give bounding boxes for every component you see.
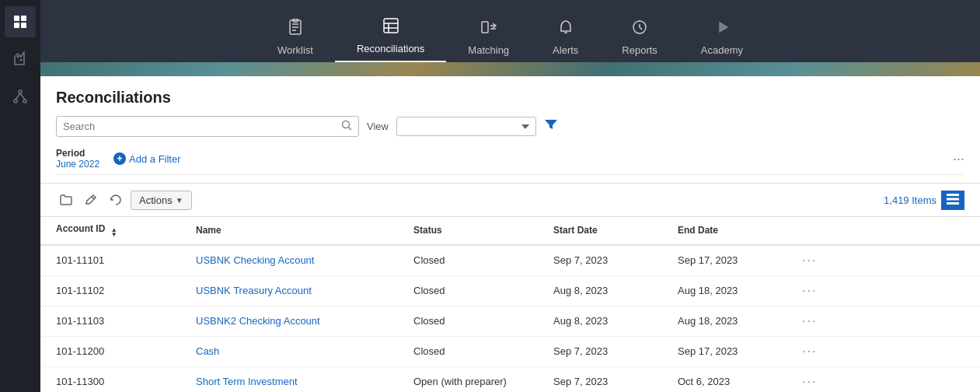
cell-account-id: 101-11102 bbox=[40, 275, 180, 306]
svg-rect-3 bbox=[21, 23, 26, 28]
svg-rect-16 bbox=[384, 19, 398, 33]
actions-row: Actions ▼ 1,419 Items bbox=[40, 184, 980, 217]
row-more-icon[interactable]: ··· bbox=[802, 345, 817, 358]
cell-start-date: Aug 8, 2023 bbox=[538, 306, 662, 336]
cell-row-actions[interactable]: ··· bbox=[786, 245, 980, 276]
sidebar bbox=[0, 0, 40, 392]
cell-account-id: 101-11300 bbox=[40, 366, 180, 392]
svg-line-28 bbox=[349, 128, 352, 131]
reconciliations-icon bbox=[382, 17, 399, 38]
view-toggle bbox=[941, 191, 964, 210]
period-section: Period June 2022 bbox=[56, 148, 99, 170]
nav-item-alerts[interactable]: Alerts bbox=[531, 12, 600, 62]
row-more-icon[interactable]: ··· bbox=[802, 314, 817, 327]
toolbar-row: View bbox=[56, 116, 964, 137]
nav-item-reconciliations[interactable]: Reconciliations bbox=[335, 11, 446, 62]
table-row: 101-11200 Cash Closed Sep 7, 2023 Sep 17… bbox=[40, 336, 980, 366]
cell-name[interactable]: USBNK Checking Account bbox=[180, 245, 398, 276]
items-count: 1,419 Items bbox=[884, 194, 936, 206]
reports-icon bbox=[631, 19, 648, 40]
nav-item-academy[interactable]: Academy bbox=[679, 12, 765, 62]
svg-line-29 bbox=[92, 197, 94, 199]
cell-row-actions[interactable]: ··· bbox=[786, 336, 980, 366]
svg-rect-31 bbox=[947, 198, 959, 200]
svg-rect-32 bbox=[947, 202, 959, 205]
nav-label-academy: Academy bbox=[701, 44, 743, 56]
edit-icon-button[interactable] bbox=[81, 190, 101, 210]
nav-item-reports[interactable]: Reports bbox=[600, 12, 679, 62]
table-container: Account ID ▲▼ Name Status Start Da bbox=[40, 217, 980, 392]
col-header-start-date[interactable]: Start Date bbox=[538, 217, 662, 245]
row-more-icon[interactable]: ··· bbox=[802, 254, 817, 267]
row-more-icon[interactable]: ··· bbox=[802, 375, 817, 388]
cell-name[interactable]: Short Term Investment bbox=[180, 366, 398, 392]
nav-item-worklist[interactable]: Worklist bbox=[256, 12, 335, 62]
cell-row-actions[interactable]: ··· bbox=[786, 366, 980, 392]
search-input[interactable] bbox=[63, 121, 341, 132]
cell-end-date: Sep 17, 2023 bbox=[662, 336, 786, 366]
col-header-end-date[interactable]: End Date bbox=[662, 217, 786, 245]
cell-end-date: Aug 18, 2023 bbox=[662, 275, 786, 306]
cell-end-date: Oct 6, 2023 bbox=[662, 366, 786, 392]
period-value: June 2022 bbox=[56, 159, 99, 170]
svg-line-9 bbox=[16, 93, 20, 100]
add-filter-label: Add a Filter bbox=[129, 153, 180, 165]
row-more-icon[interactable]: ··· bbox=[802, 284, 817, 297]
nav-item-matching[interactable]: Matching bbox=[446, 12, 531, 62]
table-header-row: Account ID ▲▼ Name Status Start Da bbox=[40, 217, 980, 245]
nav-label-reports: Reports bbox=[622, 44, 657, 56]
table-row: 101-11300 Short Term Investment Open (wi… bbox=[40, 366, 980, 392]
alerts-icon bbox=[557, 19, 574, 40]
page-header: Reconciliations View bbox=[40, 76, 980, 184]
cell-start-date: Sep 7, 2023 bbox=[538, 245, 662, 276]
refresh-icon-button[interactable] bbox=[106, 190, 126, 210]
svg-point-27 bbox=[343, 121, 350, 128]
svg-point-4 bbox=[17, 56, 19, 58]
filter-icon[interactable] bbox=[544, 117, 558, 135]
matching-icon bbox=[480, 19, 497, 40]
view-label: View bbox=[367, 121, 389, 132]
svg-rect-30 bbox=[947, 194, 959, 196]
cell-name[interactable]: USBNK Treasury Account bbox=[180, 275, 398, 306]
cell-start-date: Sep 7, 2023 bbox=[538, 336, 662, 366]
sidebar-icon-hierarchy[interactable] bbox=[5, 81, 36, 112]
view-select[interactable] bbox=[396, 117, 536, 136]
cell-name[interactable]: Cash bbox=[180, 336, 398, 366]
add-filter-button[interactable]: + Add a Filter bbox=[109, 151, 185, 166]
cell-end-date: Sep 17, 2023 bbox=[662, 245, 786, 276]
cell-account-id: 101-11103 bbox=[40, 306, 180, 336]
filter-row: Period June 2022 + Add a Filter ··· bbox=[56, 143, 964, 175]
col-header-actions bbox=[786, 217, 980, 245]
cell-account-id: 101-11200 bbox=[40, 336, 180, 366]
svg-point-7 bbox=[14, 100, 17, 103]
more-options-icon[interactable]: ··· bbox=[953, 151, 964, 167]
actions-caret-icon: ▼ bbox=[176, 196, 183, 205]
col-header-account-id[interactable]: Account ID ▲▼ bbox=[40, 217, 180, 245]
search-box[interactable] bbox=[56, 116, 359, 137]
cell-row-actions[interactable]: ··· bbox=[786, 275, 980, 306]
nav-items: Worklist Reconciliations bbox=[256, 11, 765, 76]
worklist-icon bbox=[287, 19, 304, 40]
page-title: Reconciliations bbox=[56, 89, 964, 107]
cell-name[interactable]: USBNK2 Checking Account bbox=[180, 306, 398, 336]
cell-row-actions[interactable]: ··· bbox=[786, 306, 980, 336]
cell-start-date: Aug 8, 2023 bbox=[538, 275, 662, 306]
svg-point-6 bbox=[19, 90, 22, 93]
actions-dropdown[interactable]: Actions ▼ bbox=[131, 191, 192, 210]
sidebar-icon-grid[interactable] bbox=[5, 6, 36, 37]
cell-status: Open (with preparer) bbox=[398, 366, 538, 392]
search-icon bbox=[341, 120, 352, 133]
cell-status: Closed bbox=[398, 306, 538, 336]
sidebar-icon-chart[interactable] bbox=[5, 44, 36, 75]
svg-point-8 bbox=[23, 100, 26, 103]
folder-icon-button[interactable] bbox=[56, 190, 76, 210]
col-header-name[interactable]: Name bbox=[180, 217, 398, 245]
top-nav: Worklist Reconciliations bbox=[40, 0, 980, 76]
sort-icons-account-id[interactable]: ▲▼ bbox=[111, 228, 117, 238]
list-view-button[interactable] bbox=[941, 191, 964, 210]
col-header-status[interactable]: Status bbox=[398, 217, 538, 245]
page-content: Reconciliations View bbox=[40, 76, 980, 392]
cell-status: Closed bbox=[398, 336, 538, 366]
add-filter-plus-icon: + bbox=[113, 152, 126, 165]
table-row: 101-11102 USBNK Treasury Account Closed … bbox=[40, 275, 980, 306]
